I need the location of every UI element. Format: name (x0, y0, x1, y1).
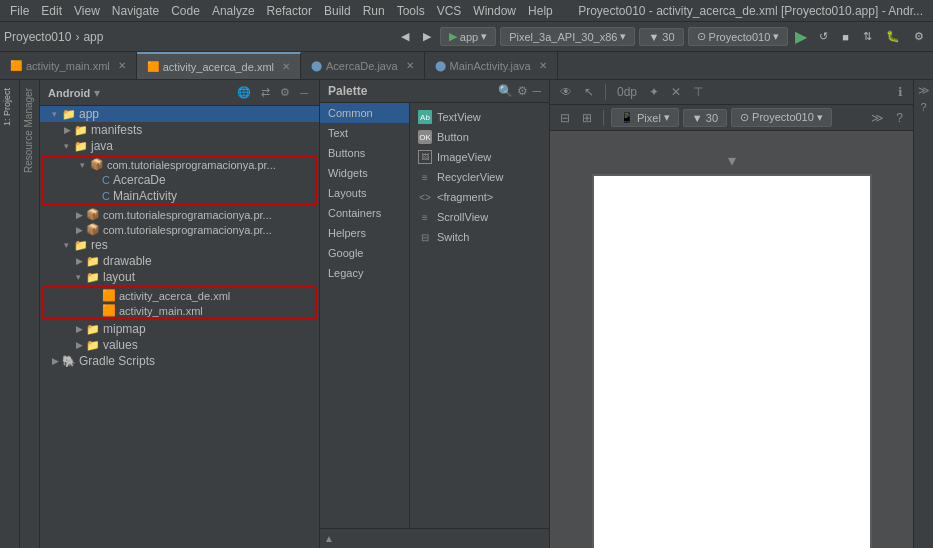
help-btn[interactable]: ? (892, 109, 907, 127)
palette-cat-text[interactable]: Text (320, 123, 409, 143)
palette-item-label: RecyclerView (437, 171, 503, 183)
tab-activity-main-xml[interactable]: 🟧 activity_main.xml ✕ (0, 52, 137, 79)
api-select-dropdown[interactable]: ▼ 30 (683, 109, 727, 127)
tree-label: app (79, 107, 99, 121)
palette-item-recyclerview[interactable]: ≡ RecyclerView (410, 167, 549, 187)
tree-item-values[interactable]: ▶ 📁 values (40, 337, 319, 353)
design-baseline-btn[interactable]: ⊤ (689, 83, 707, 101)
menu-view[interactable]: View (68, 2, 106, 20)
panel-globe-btn[interactable]: 🌐 (234, 84, 254, 101)
api-dropdown[interactable]: ▼ 30 (639, 28, 683, 46)
device-dropdown[interactable]: Pixel_3a_API_30_x86 ▾ (500, 27, 635, 46)
palette-bottom-btn[interactable]: ▲ (324, 533, 334, 544)
palette-item-switch[interactable]: ⊟ Switch (410, 227, 549, 247)
design-offset-btn[interactable]: 0dp (613, 83, 641, 101)
device-select-dropdown[interactable]: 📱 Pixel ▾ (611, 108, 679, 127)
expand-btn[interactable]: ≫ (867, 109, 888, 127)
project-tab-strip[interactable]: 1: Project (0, 80, 19, 134)
menu-vcs[interactable]: VCS (431, 2, 468, 20)
design-toolbar: 👁 ↖ 0dp ✦ ✕ ⊤ ℹ (550, 80, 913, 105)
folder-icon: 📁 (86, 323, 100, 336)
tree-label: mipmap (103, 322, 146, 336)
project-config-dropdown[interactable]: ⊙ Proyecto010 ▾ (688, 27, 789, 46)
tab-activity-acerca-de-xml[interactable]: 🟧 activity_acerca_de.xml ✕ (137, 52, 301, 79)
tab-close[interactable]: ✕ (282, 61, 290, 72)
menu-run[interactable]: Run (357, 2, 391, 20)
tab-mainactivity-java[interactable]: ⬤ MainActivity.java ✕ (425, 52, 558, 79)
design-info-btn[interactable]: ℹ (894, 83, 907, 101)
menu-tools[interactable]: Tools (391, 2, 431, 20)
tree-item-mainactivity[interactable]: C MainActivity (44, 188, 315, 204)
panel-settings-btn[interactable]: ⚙ (277, 84, 293, 101)
tree-item-gradle[interactable]: ▶ 🐘 Gradle Scripts (40, 353, 319, 369)
device-orient-btn[interactable]: ⊞ (578, 109, 596, 127)
menu-file[interactable]: File (4, 2, 35, 20)
menu-build[interactable]: Build (318, 2, 357, 20)
menu-refactor[interactable]: Refactor (261, 2, 318, 20)
tree-item-manifests[interactable]: ▶ 📁 manifests (40, 122, 319, 138)
resource-manager-label[interactable]: Resource Manager (20, 80, 39, 181)
tree-item-layout[interactable]: ▾ 📁 layout (40, 269, 319, 285)
tree-item-java[interactable]: ▾ 📁 java (40, 138, 319, 154)
menu-help[interactable]: Help (522, 2, 559, 20)
palette-search-btn[interactable]: 🔍 (498, 84, 513, 98)
run-button[interactable]: ▶ (792, 27, 810, 46)
palette-minimize-btn[interactable]: ─ (532, 84, 541, 98)
device-settings-btn[interactable]: ⊟ (556, 109, 574, 127)
nav-fwd-btn[interactable]: ▶ (418, 28, 436, 45)
palette-cat-containers[interactable]: Containers (320, 203, 409, 223)
tree-item-activity-main-xml[interactable]: 🟧 activity_main.xml (44, 303, 315, 318)
palette-item-fragment[interactable]: <> <fragment> (410, 187, 549, 207)
design-cursor-btn[interactable]: ↖ (580, 83, 598, 101)
app-config-dropdown[interactable]: ▶ app ▾ (440, 27, 496, 46)
tree-item-acercade[interactable]: C AcercaDe (44, 172, 315, 188)
palette-cat-google[interactable]: Google (320, 243, 409, 263)
bug-button[interactable]: ⚙ (909, 28, 929, 45)
tab-close[interactable]: ✕ (118, 60, 126, 71)
palette-item-imageview[interactable]: 🖼 ImageView (410, 147, 549, 167)
tree-item-mipmap[interactable]: ▶ 📁 mipmap (40, 321, 319, 337)
stop-button[interactable]: ■ (837, 29, 854, 45)
sync-button[interactable]: ⇅ (858, 28, 877, 45)
panel-minimize-btn[interactable]: ─ (297, 85, 311, 101)
palette-item-scrollview[interactable]: ≡ ScrollView (410, 207, 549, 227)
right-strip-btn1[interactable]: ≫ (918, 84, 930, 97)
right-strip-btn2[interactable]: ? (920, 101, 926, 113)
rerun-button[interactable]: ↺ (814, 28, 833, 45)
design-magic-btn[interactable]: ✦ (645, 83, 663, 101)
palette-cat-layouts[interactable]: Layouts (320, 183, 409, 203)
tab-acercade-java[interactable]: ⬤ AcercaDe.java ✕ (301, 52, 425, 79)
menu-analyze[interactable]: Analyze (206, 2, 261, 20)
palette-cat-buttons[interactable]: Buttons (320, 143, 409, 163)
project-select-dropdown[interactable]: ⊙ Proyecto010 ▾ (731, 108, 832, 127)
nav-back-btn[interactable]: ◀ (396, 28, 414, 45)
tree-item-activity-acerca-de-xml[interactable]: 🟧 activity_acerca_de.xml (44, 288, 315, 303)
tree-item-res[interactable]: ▾ 📁 res (40, 237, 319, 253)
debug-button[interactable]: 🐛 (881, 28, 905, 45)
palette-cat-widgets[interactable]: Widgets (320, 163, 409, 183)
design-eye-btn[interactable]: 👁 (556, 83, 576, 101)
palette-cat-legacy[interactable]: Legacy (320, 263, 409, 283)
tree-item-drawable[interactable]: ▶ 📁 drawable (40, 253, 319, 269)
palette-settings-btn[interactable]: ⚙ (517, 84, 528, 98)
palette-cat-common[interactable]: Common (320, 103, 409, 123)
menu-code[interactable]: Code (165, 2, 206, 20)
menu-edit[interactable]: Edit (35, 2, 68, 20)
menu-window[interactable]: Window (467, 2, 522, 20)
menu-navigate[interactable]: Navigate (106, 2, 165, 20)
tree-item-pkg3[interactable]: ▶ 📦 com.tutorialesprogramacionya.pr... (40, 222, 319, 237)
palette-cat-helpers[interactable]: Helpers (320, 223, 409, 243)
device-frame[interactable] (592, 174, 872, 548)
palette-item-button[interactable]: OK Button (410, 127, 549, 147)
tab-close[interactable]: ✕ (406, 60, 414, 71)
palette-item-textview[interactable]: Ab TextView (410, 107, 549, 127)
tree-item-app[interactable]: ▾ 📁 app (40, 106, 319, 122)
panel-sync-btn[interactable]: ⇄ (258, 84, 273, 101)
tree-item-pkg1[interactable]: ▾ 📦 com.tutorialesprogramacionya.pr... (44, 157, 315, 172)
java-icon: ⬤ (311, 60, 322, 71)
tree-label: activity_main.xml (119, 305, 203, 317)
tab-close[interactable]: ✕ (539, 60, 547, 71)
project-tree[interactable]: ▾ 📁 app ▶ 📁 manifests ▾ 📁 java (40, 106, 319, 548)
design-clear-btn[interactable]: ✕ (667, 83, 685, 101)
tree-item-pkg2[interactable]: ▶ 📦 com.tutorialesprogramacionya.pr... (40, 207, 319, 222)
